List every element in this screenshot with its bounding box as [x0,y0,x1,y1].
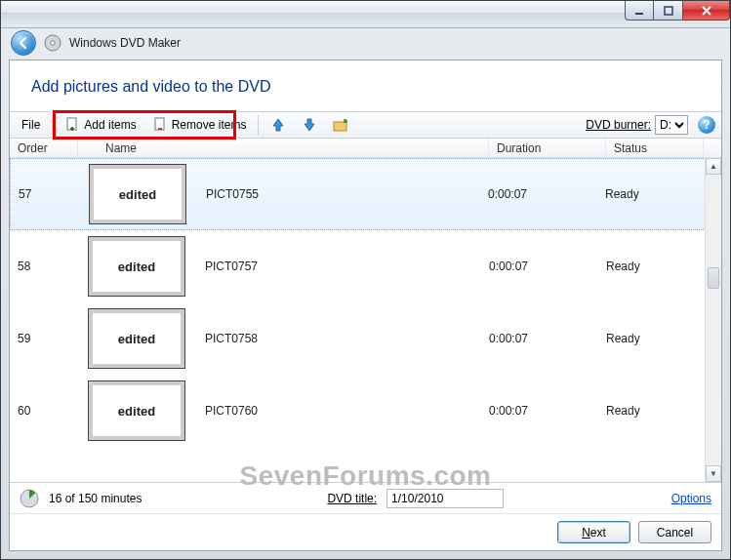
options-link[interactable]: Options [671,492,711,505]
titlebar [1,1,730,28]
row-order: 57 [11,187,79,201]
row-duration: 0:00:07 [488,187,605,201]
footer-buttons: Next Cancel [10,513,721,550]
scroll-up-icon[interactable]: ▲ [706,158,721,175]
list-row[interactable]: 60editedPICT07600:00:07Ready [10,375,721,447]
scroll-down-icon[interactable]: ▼ [706,465,721,482]
add-items-button[interactable]: Add items [59,115,142,135]
arrow-up-icon [270,117,286,133]
svg-rect-6 [334,122,346,131]
row-duration: 0:00:07 [489,332,606,345]
page-heading: Add pictures and video to the DVD [10,60,721,111]
svg-point-3 [51,41,55,45]
footer-status: 16 of 150 minutes DVD title: Options [10,482,721,513]
col-order[interactable]: Order [10,139,78,157]
row-name: PICT0760 [205,404,489,418]
svg-rect-1 [665,7,672,15]
list-row[interactable]: 58editedPICT07570:00:07Ready [10,230,721,302]
minutes-text: 16 of 150 minutes [49,492,142,505]
col-duration[interactable]: Duration [489,139,606,157]
help-button[interactable]: ? [698,116,715,134]
row-thumbnail: edited [88,308,185,369]
col-name[interactable]: Name [78,139,489,157]
move-up-button[interactable] [264,115,292,135]
list-body: 57editedPICT07550:00:07Ready58editedPICT… [10,158,721,482]
disc-usage-icon [20,489,39,508]
separator [258,115,259,135]
toolbar: File Add items Remove items DVD burner: [10,111,721,139]
dvd-title-label: DVD title: [327,492,377,505]
row-thumbnail: edited [88,380,185,441]
row-thumbnail: edited [89,164,186,224]
nav-strip: Windows DVD Maker [1,28,730,58]
list-header: Order Name Duration Status [10,139,721,158]
next-button[interactable]: Next [557,521,630,543]
remove-items-button[interactable]: Remove items [146,115,253,135]
cancel-button[interactable]: Cancel [638,521,711,543]
folder-up-button[interactable] [327,115,354,135]
burner-select[interactable]: D: [655,115,688,135]
col-scroll-spacer [704,139,721,157]
arrow-down-icon [302,117,317,133]
row-order: 58 [10,260,78,273]
add-file-icon [64,117,80,133]
row-thumbnail: edited [88,236,185,297]
maximize-button[interactable] [654,1,683,20]
file-menu[interactable]: File [16,116,46,134]
back-button[interactable] [11,30,36,56]
row-name: PICT0757 [205,260,489,273]
separator [52,115,53,135]
svg-rect-0 [635,13,643,15]
app-title: Windows DVD Maker [69,36,181,50]
row-duration: 0:00:07 [489,404,606,418]
folder-up-icon [333,117,348,133]
row-order: 59 [10,332,78,345]
app-icon [44,34,61,52]
row-duration: 0:00:07 [489,260,606,273]
close-button[interactable] [683,1,730,20]
col-status[interactable]: Status [606,139,704,157]
window-frame: Windows DVD Maker Add pictures and video… [0,0,731,560]
main-panel: Add pictures and video to the DVD File A… [9,60,722,551]
list-row[interactable]: 57editedPICT07550:00:07Ready [10,158,721,230]
burner-label: DVD burner: [586,118,651,132]
minimize-button[interactable] [625,1,654,20]
row-status: Ready [605,187,720,201]
remove-file-icon [152,117,168,133]
row-name: PICT0758 [205,332,489,345]
list-row[interactable]: 59editedPICT07580:00:07Ready [10,302,721,375]
row-name: PICT0755 [206,187,488,201]
scrollbar[interactable]: ▲ ▼ [705,158,721,482]
row-order: 60 [10,404,78,418]
move-down-button[interactable] [296,115,323,135]
dvd-title-input[interactable] [386,489,504,508]
scroll-thumb[interactable] [708,267,719,289]
